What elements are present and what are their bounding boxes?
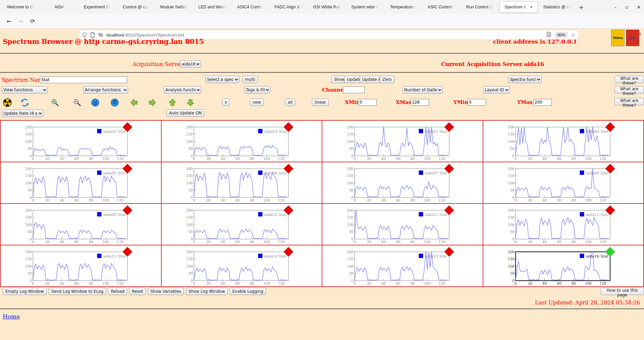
browser-tab-9[interactable]: GSI White Rab [308,2,346,12]
select-a-spectrum-dropdown[interactable]: Select a spectrum [205,76,239,83]
close-button[interactable]: ✕ [637,5,641,10]
gallery-cell-aida01[interactable]: 050100150200020406080100120aida01 Stat [1,121,162,162]
xmin-input[interactable] [358,99,377,106]
browser-tab-5[interactable]: Module Setting [155,2,193,12]
browser-tab-6[interactable]: LED and Wave [194,2,231,12]
layout-id-dropdown[interactable]: Layout ID=2 [483,86,510,94]
gallery-cell-aida05[interactable]: 050100150200020406080100120aida05 Stat [1,162,162,204]
new-tab-button[interactable]: + [576,2,586,12]
what-are-these-button-3[interactable]: What are these? [614,98,644,105]
browser-tab-4[interactable]: Control @ car [117,2,155,12]
zoom-in-icon[interactable] [50,98,60,107]
gallery-cell-aida13[interactable]: 050100150200020406080100120aida13 Stat [1,245,162,287]
gallery-cell-aida12[interactable]: 050100150200020406080100120aida12 Stat [483,204,644,245]
linear-button[interactable]: linear [312,99,329,106]
browser-tab-15[interactable]: Statistics @ ca [538,2,576,12]
view-functions-dropdown[interactable]: View functions [2,86,48,94]
arrow-up-icon[interactable] [168,98,177,107]
reload-button[interactable]: Reload [108,288,127,295]
tab-label: FADC Align & C [274,5,303,9]
zoom-out-icon[interactable] [72,98,82,107]
svg-text:60: 60 [235,157,239,161]
url-text[interactable]: localhost:8015/Spectrum/Spectrum.tml [106,33,184,38]
browser-tab-11[interactable]: Temperature a [385,2,422,12]
browser-tab-12[interactable]: ASIC Control (( [423,2,461,12]
svg-text:0: 0 [32,157,34,161]
reload-button[interactable]: ⟳ [28,17,37,25]
enable-logging-button[interactable]: Enable Logging [230,288,266,295]
arrange-functions-dropdown[interactable]: Arrange functions [83,86,128,94]
gallery-cell-aida10[interactable]: 050100150200020406080100120aida10 Stat [162,204,323,245]
refresh-icon[interactable] [20,98,30,107]
radiation-icon[interactable] [3,98,12,107]
ymin-input[interactable] [468,99,486,106]
zero-button[interactable]: Zero [380,76,394,83]
gallery-cell-aida07[interactable]: 050100150200020406080100120aida07 Stat [322,162,483,204]
arrow-left-icon[interactable] [129,98,139,107]
collapse-up-icon[interactable] [110,98,119,107]
bookmark-star-icon[interactable]: ☆ [571,32,576,38]
ymax-input[interactable] [533,99,552,106]
maximize-button[interactable]: ▫ [625,5,628,10]
acquisition-server-select[interactable]: aida16 [180,60,201,68]
forward-button[interactable]: → [16,17,25,25]
empty-log-window-button[interactable]: Empty Log Window [3,288,47,295]
permissions-tune-icon[interactable] [98,33,103,37]
svg-text:80: 80 [89,198,93,202]
gallery-cell-aida16[interactable]: 050100150200020406080100120aida16 Stat [483,245,644,287]
auto-update-button[interactable]: Auto Update ON [166,109,204,117]
number-of-galleries-dropdown[interactable]: Number of Galleries [402,86,443,94]
gallery-cell-aida06[interactable]: 050100150200020406080100120aida06 Stat [162,162,323,204]
gallery-cell-aida11[interactable]: 050100150200020406080100120aida11 Stat [322,204,483,245]
gallery-cell-aida08[interactable]: 050100150200020406080100120aida08 Stat [483,162,644,204]
reader-view-icon[interactable] [547,32,552,38]
gallery-cell-aida09[interactable]: 050100150200020406080100120aida09 Stat [1,204,162,245]
spectrum-chart-aida03: 050100150200020406080100120aida03 Stat [345,124,463,162]
new-button[interactable]: new [250,99,264,106]
gallery-cell-aida14[interactable]: 050100150200020406080100120aida14 Stat [162,245,323,287]
browser-tab-14[interactable]: Spectrum Br× [499,1,538,13]
what-are-these-button-2[interactable]: What are these? [614,86,644,94]
show-log-window-button[interactable]: Show Log Window [186,288,228,295]
browser-tab-3[interactable]: Experiment Co [79,2,116,12]
page-info-icon[interactable] [90,32,95,38]
show-variables-button[interactable]: Show Variables [148,288,184,295]
collapse-down-icon[interactable] [91,98,100,107]
arrow-right-icon[interactable] [148,98,157,107]
gallery-cell-aida04[interactable]: 050100150200020406080100120aida04 Stat [483,121,644,162]
tags-fits-dropdown[interactable]: Tags & Fits [244,86,270,94]
analysis-functions-dropdown[interactable]: Analysis functions [164,86,201,94]
how-to-use-button[interactable]: How to use this page [600,288,644,295]
x-button[interactable]: x [222,99,230,106]
svg-text:60: 60 [396,281,400,285]
svg-text:100: 100 [507,139,514,144]
browser-tab-2[interactable]: AIDA [41,2,78,12]
send-log-window-to-elog-button[interactable]: Send Log Window to ELog [49,288,106,295]
browser-tab-7[interactable]: ASIC4 Control [232,2,269,12]
reset-button[interactable]: Reset [129,288,146,295]
update-rate-dropdown[interactable]: Update Rate (8 secs) [2,110,43,117]
arrow-down-icon[interactable] [186,98,195,107]
zoom-level-indicator[interactable]: 80% [555,32,568,38]
svg-text:0: 0 [193,198,195,202]
browser-tab-10[interactable]: System wide C [346,2,384,12]
home-link[interactable]: Home [3,313,20,320]
spectra-functions-dropdown[interactable]: Spectra functions [508,76,542,83]
browser-tab-13[interactable]: Run Control @ [461,2,499,12]
all-button[interactable]: all [285,99,295,106]
spectrum-name-input[interactable] [40,76,127,83]
channel-input[interactable] [343,87,365,93]
what-are-these-button-1[interactable]: What are these? [614,76,644,83]
xmax-input[interactable] [411,99,429,106]
browser-tab-8[interactable]: FADC Align & C [270,2,308,12]
acquisition-servers-label: Acquisition Servers [132,61,186,67]
back-button[interactable]: ← [5,17,13,25]
browser-tab-1[interactable]: Welcome to Ce [2,2,40,12]
minimize-button[interactable]: – [614,5,617,10]
tab-close-icon[interactable]: × [530,5,533,9]
gallery-cell-aida03[interactable]: 050100150200020406080100120aida03 Stat [322,121,483,162]
gallery-cell-aida02[interactable]: 050100150200020406080100120aida02 Stat [162,121,323,162]
shield-icon[interactable] [82,32,87,38]
multi-button[interactable]: multi [242,76,258,83]
gallery-cell-aida15[interactable]: 050100150200020406080100120aida15 Stat [322,245,483,287]
